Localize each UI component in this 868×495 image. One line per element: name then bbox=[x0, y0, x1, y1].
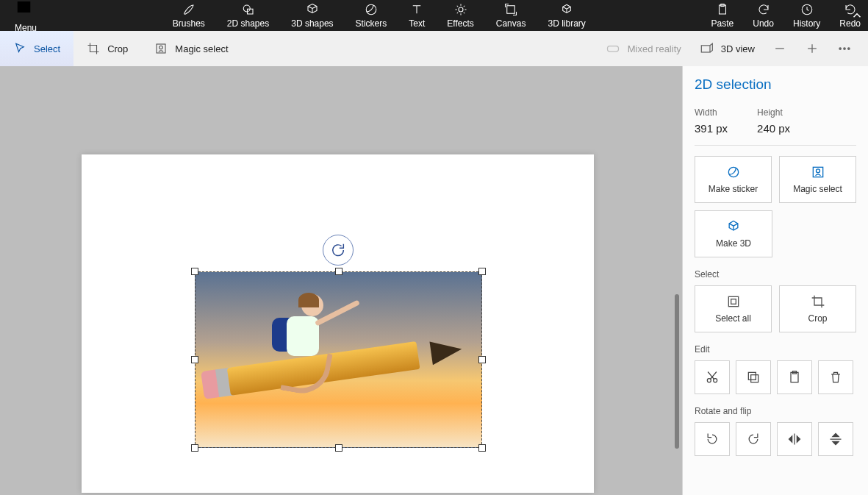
svg-rect-28 bbox=[748, 372, 756, 380]
vertical-scrollbar[interactable] bbox=[675, 294, 679, 449]
zoom-out-button[interactable] bbox=[772, 41, 787, 56]
crop-button[interactable]: Crop bbox=[779, 285, 856, 332]
history-button[interactable]: History bbox=[793, 3, 820, 29]
svg-rect-24 bbox=[731, 299, 736, 305]
edit-section-label: Edit bbox=[695, 344, 856, 355]
main-area: 2D selection Width 391 px Height 240 px … bbox=[0, 66, 868, 495]
height-value: 240 px bbox=[757, 122, 790, 135]
svg-point-2 bbox=[243, 5, 250, 12]
resize-handle-nw[interactable] bbox=[191, 268, 198, 275]
svg-rect-13 bbox=[701, 46, 710, 52]
tab-3d-library[interactable]: 3D library bbox=[548, 3, 585, 29]
rotate-left-button[interactable] bbox=[695, 422, 730, 456]
delete-button[interactable] bbox=[818, 360, 853, 394]
flip-horizontal-button[interactable] bbox=[777, 422, 812, 456]
svg-point-19 bbox=[848, 48, 850, 50]
tab-canvas[interactable]: Canvas bbox=[496, 3, 526, 29]
svg-point-5 bbox=[459, 7, 463, 12]
svg-rect-0 bbox=[18, 1, 31, 13]
svg-point-17 bbox=[839, 48, 842, 50]
magic-select-tool[interactable]: Magic select bbox=[141, 31, 241, 66]
svg-point-20 bbox=[728, 167, 738, 177]
select-all-button[interactable]: Select all bbox=[695, 285, 772, 332]
svg-rect-23 bbox=[728, 296, 738, 306]
resize-handle-s[interactable] bbox=[335, 444, 342, 452]
resize-handle-e[interactable] bbox=[478, 356, 486, 363]
secondary-toolbar: Select Crop Magic select Mixed reality 3… bbox=[0, 31, 868, 66]
tab-effects[interactable]: Effects bbox=[447, 3, 473, 29]
flip-vertical-button[interactable] bbox=[818, 422, 853, 456]
copy-button[interactable] bbox=[736, 360, 771, 394]
svg-point-18 bbox=[844, 48, 846, 50]
height-label: Height bbox=[757, 107, 790, 118]
make-3d-button[interactable]: Make 3D bbox=[695, 210, 772, 257]
tab-3d-shapes[interactable]: 3D shapes bbox=[291, 3, 333, 29]
resize-handle-w[interactable] bbox=[191, 356, 198, 363]
rotate-right-button[interactable] bbox=[736, 422, 771, 456]
make-sticker-button[interactable]: Make sticker bbox=[695, 156, 772, 203]
image-girl bbox=[269, 282, 350, 385]
more-button[interactable] bbox=[837, 41, 852, 56]
zoom-in-button[interactable] bbox=[805, 41, 819, 56]
paste-button[interactable]: Paste bbox=[711, 3, 734, 29]
resize-handle-ne[interactable] bbox=[478, 268, 486, 275]
selection-box[interactable] bbox=[195, 271, 482, 448]
top-ribbon: Menu Brushes 2D shapes 3D shapes Sticker… bbox=[0, 0, 868, 31]
menu-button[interactable]: Menu bbox=[4, 0, 47, 33]
width-value: 391 px bbox=[695, 122, 728, 135]
resize-handle-sw[interactable] bbox=[191, 444, 198, 452]
paste-button-panel[interactable] bbox=[777, 360, 812, 394]
tab-text[interactable]: Text bbox=[409, 3, 425, 29]
crop-tool[interactable]: Crop bbox=[73, 31, 141, 66]
undo-button[interactable]: Undo bbox=[753, 3, 774, 29]
tab-brushes[interactable]: Brushes bbox=[173, 3, 205, 29]
resize-handle-n[interactable] bbox=[335, 268, 342, 275]
mixed-reality-button: Mixed reality bbox=[606, 41, 681, 56]
select-section-label: Select bbox=[695, 269, 856, 279]
resize-handle-se[interactable] bbox=[478, 444, 486, 452]
3d-view-button[interactable]: 3D view bbox=[699, 41, 755, 56]
svg-point-22 bbox=[816, 169, 819, 173]
magic-select-button[interactable]: Magic select bbox=[779, 156, 856, 203]
svg-point-11 bbox=[159, 46, 163, 49]
collapse-ribbon-icon[interactable] bbox=[850, 9, 864, 22]
width-label: Width bbox=[695, 107, 728, 118]
select-tool[interactable]: Select bbox=[0, 31, 73, 66]
pane-title: 2D selection bbox=[695, 76, 856, 93]
tab-2d-shapes[interactable]: 2D shapes bbox=[227, 3, 269, 29]
rotate-section-label: Rotate and flip bbox=[695, 406, 856, 416]
svg-rect-27 bbox=[751, 375, 758, 382]
svg-rect-6 bbox=[507, 5, 515, 13]
rotate-handle[interactable] bbox=[323, 235, 354, 266]
tab-stickers[interactable]: Stickers bbox=[356, 3, 387, 29]
properties-pane: 2D selection Width 391 px Height 240 px … bbox=[682, 66, 868, 495]
svg-rect-12 bbox=[607, 46, 618, 51]
canvas-viewport[interactable] bbox=[0, 66, 682, 495]
cut-button[interactable] bbox=[695, 360, 730, 394]
